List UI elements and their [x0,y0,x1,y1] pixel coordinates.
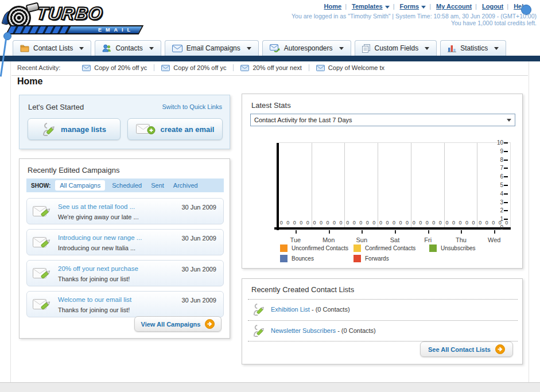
tab-label: Contact Lists [33,44,73,52]
campaign-date: 30 Jun 2009 [181,266,216,273]
x-tick-mark [494,230,495,234]
stats-report-select[interactable]: Contact Activity for the Last 7 Days [250,114,515,126]
y-tick-label: 1 [500,216,503,222]
tab-statistics[interactable]: Statistics [440,40,506,56]
credits-text: You have 1,000 total credits left. [451,20,537,26]
switch-quick-links-link[interactable]: Switch to Quick Links [162,103,222,110]
bar-chart-icon [448,44,456,52]
legend-label: Unconfirmed Contacts [292,245,348,251]
nav-link-templates[interactable]: Templates [352,3,383,10]
filter-all-campaigns[interactable]: All Campaigns [55,180,105,191]
person-pencil-icon [252,323,265,338]
x-tick-mark [362,230,363,234]
main-nav-tabs: Contact Lists Contacts Email Campaigns A… [13,40,506,56]
create-email-button[interactable]: create an email [127,118,223,140]
getting-started-title: Let's Get Started [28,103,84,111]
y-tick-label: 7 [500,165,503,171]
legend-item: Forwards [353,255,429,262]
manage-lists-button[interactable]: manage lists [28,118,121,140]
tab-custom-fields[interactable]: Custom Fields [355,40,437,56]
legend-item: Unsubscribes [429,244,476,252]
y-tick-mark [504,210,508,211]
turbo-email-logo: TURBO EMAIL [3,2,141,34]
page-title: Home [17,76,42,87]
person-pencil-icon [42,122,56,137]
legend-swatch [429,244,437,252]
envelope-pencil-icon [33,235,52,250]
tab-autoresponders[interactable]: Autoresponders [262,40,351,56]
legend-item: Confirmed Contacts [353,244,429,252]
nav-link-logout[interactable]: Logout [482,3,503,10]
campaign-title-link[interactable]: Welcome to our email list [58,296,131,303]
tab-contacts[interactable]: Contacts [95,40,161,56]
y-tick-mark [504,185,508,186]
legend-label: Bounces [292,255,314,262]
chart-column: 0 0 0 0 0 [378,143,411,227]
chart-columns: 0 0 0 0 00 0 0 0 00 0 0 0 00 0 0 0 00 0 … [279,143,510,227]
nav-link-forms[interactable]: Forms [400,3,419,10]
chart-legend: Unconfirmed ContactsConfirmed ContactsUn… [280,244,476,262]
chart-column: 0 0 0 0 0 [444,143,477,227]
getting-started-panel: Let's Get Started Switch to Quick Links … [19,95,230,149]
contact-list-count: - (0 Contacts) [336,327,376,334]
manage-lists-label: manage lists [61,125,106,134]
filter-archived[interactable]: Archived [173,182,198,189]
campaigns-title: Recently Edited Campaigns [28,166,119,174]
series-value-labels: 0 0 0 0 0 [378,220,411,226]
campaign-date: 30 Jun 2009 [181,235,216,242]
campaign-row[interactable]: Welcome to our email listThanks for join… [26,291,224,317]
chevron-down-icon [421,6,426,9]
app-window: TURBO EMAIL Home| Templates| Forms| My A… [0,0,540,392]
nav-link-home[interactable]: Home [324,3,342,10]
contact-list-link[interactable]: Newsletter Subscribers [271,327,336,334]
chevron-down-icon [507,119,511,122]
tab-email-campaigns[interactable]: Email Campaigns [165,40,259,56]
x-tick-label: Mon [312,232,345,243]
campaign-subtitle: Introducing our new Italia ... [58,244,135,251]
chart-x-axis [274,227,511,230]
y-tick-label: 8 [500,157,503,163]
x-tick-mark [461,230,462,234]
legend-swatch [353,244,361,252]
chevron-down-icon [425,47,429,50]
campaign-date: 30 Jun 2009 [181,204,216,211]
tab-label: Autoresponders [284,44,333,52]
view-all-campaigns-label: View All Campaigns [141,321,201,328]
contact-list-link[interactable]: Exhibition List [271,306,310,313]
footer-strip [0,382,540,392]
tab-label: Contacts [115,44,142,52]
campaign-title-link[interactable]: 20% off your next purchase [58,265,138,272]
see-all-contact-lists-label: See All Contact Lists [428,346,491,353]
login-status-text: You are logged in as "Timothy Smith" | S… [292,13,537,20]
chevron-down-icon [79,47,84,50]
stats-selected-option: Contact Activity for the Last 7 Days [254,117,352,123]
envelope-pencil-icon [33,297,52,312]
see-all-contact-lists-button[interactable]: See All Contact Lists [420,341,513,357]
contact-list-row[interactable]: Exhibition List - (0 Contacts) [252,302,350,317]
x-tick-label: Sun [345,232,378,243]
envelope-plus-icon [136,123,156,135]
y-tick-mark [504,151,508,152]
y-tick-label: 3 [500,200,503,205]
contact-list-row[interactable]: Newsletter Subscribers - (0 Contacts) [252,323,376,338]
dotted-divider [248,299,518,300]
y-tick-label: 9 [500,149,503,154]
campaign-row[interactable]: Introducing our new range ...Introducing… [26,229,224,255]
tab-contact-lists[interactable]: Contact Lists [13,40,91,56]
legend-item: Bounces [280,255,353,262]
logo-subtitle: EMAIL [98,27,134,33]
campaign-row[interactable]: 20% off your next purchaseThanks for joi… [26,260,224,286]
view-all-campaigns-button[interactable]: View All Campaigns [134,316,222,332]
filter-scheduled[interactable]: Scheduled [112,182,142,189]
y-tick-mark [504,227,508,228]
campaign-row[interactable]: See us at the retail food ...We're givin… [26,198,224,224]
series-value-labels: 0 0 0 0 0 [279,220,312,226]
filter-sent[interactable]: Sent [151,182,164,189]
logo-stripes [6,25,73,34]
series-value-labels: 0 0 0 0 0 [477,220,510,226]
legend-swatch [280,255,288,262]
campaign-date: 30 Jun 2009 [181,297,216,304]
campaign-title-link[interactable]: See us at the retail food ... [58,203,135,210]
campaign-title-link[interactable]: Introducing our new range ... [58,234,142,241]
nav-link-my-account[interactable]: My Account [436,3,472,10]
